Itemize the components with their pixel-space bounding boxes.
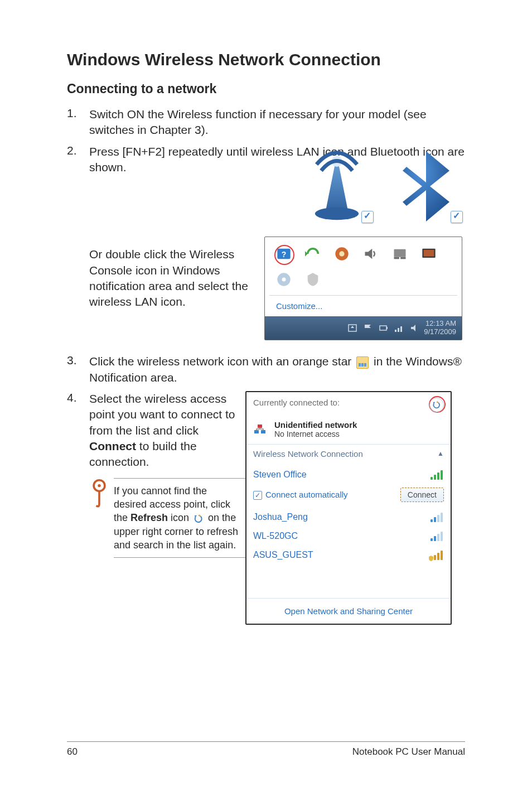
battery-icon[interactable] bbox=[378, 323, 389, 333]
bluetooth-on-icon bbox=[387, 147, 465, 225]
page-title: Windows Wireless Network Connection bbox=[67, 50, 465, 69]
current-connection: Unidentified network No Internet access bbox=[246, 418, 451, 444]
step-number: 4. bbox=[67, 391, 89, 470]
step-3: 3. Click the wireless network icon with … bbox=[67, 354, 465, 385]
wifi-item[interactable]: Joshua_Peng bbox=[253, 508, 444, 527]
disk-icon[interactable] bbox=[276, 272, 292, 287]
svg-rect-32 bbox=[258, 425, 262, 428]
refresh-icon bbox=[194, 514, 204, 524]
svg-rect-18 bbox=[380, 326, 386, 330]
step-number: 1. bbox=[67, 107, 89, 138]
step-4: 4. Select the wireless access point you … bbox=[67, 391, 245, 470]
svg-rect-30 bbox=[254, 430, 259, 433]
wifi-connect-row: Connect automatically Connect bbox=[253, 484, 444, 508]
svg-marker-8 bbox=[365, 249, 373, 259]
wlan-on-icon bbox=[298, 147, 376, 225]
page-number: 60 bbox=[67, 746, 78, 758]
connect-button[interactable]: Connect bbox=[400, 488, 444, 502]
step-text: Select the wireless access point you wan… bbox=[89, 391, 245, 470]
shield-icon bbox=[428, 556, 434, 561]
network-status-icon bbox=[253, 421, 269, 437]
touchpad-icon[interactable] bbox=[392, 246, 408, 262]
tip-callout: If you cannot find the desired access po… bbox=[89, 478, 245, 558]
mode-icon[interactable] bbox=[305, 246, 321, 262]
step-text: Click the wireless network icon with an … bbox=[89, 354, 465, 385]
wireless-star-icon bbox=[356, 356, 369, 369]
flag-icon[interactable] bbox=[362, 323, 374, 333]
section-subtitle: Connecting to a network bbox=[67, 81, 465, 97]
svg-rect-19 bbox=[386, 327, 388, 329]
display-icon[interactable] bbox=[421, 246, 437, 262]
check-icon bbox=[361, 211, 374, 223]
step-2-alt: Or double click the Wireless Console ico… bbox=[89, 247, 253, 310]
taskbar-clock[interactable]: 12:13 AM 9/17/2009 bbox=[424, 320, 456, 336]
footer-title: Notebook PC User Manual bbox=[352, 746, 465, 758]
connected-label: Currently connected to: bbox=[253, 398, 424, 407]
volume-icon[interactable] bbox=[363, 246, 379, 262]
svg-marker-29 bbox=[437, 401, 439, 403]
svg-rect-11 bbox=[400, 257, 405, 259]
check-icon bbox=[451, 211, 463, 223]
svg-point-7 bbox=[339, 252, 344, 257]
open-network-center-link[interactable]: Open Network and Sharing Center bbox=[246, 598, 451, 624]
volume-tray-icon[interactable] bbox=[409, 323, 420, 333]
notification-tray-panel: ? Customize... 12: bbox=[264, 237, 462, 340]
tip-icon bbox=[89, 478, 114, 558]
wifi-section-header[interactable]: Wireless Network Connection ▲ bbox=[246, 444, 451, 463]
wifi-flyout-panel: Currently connected to: Unidentified net… bbox=[245, 391, 452, 625]
svg-rect-10 bbox=[394, 257, 399, 259]
step-1: 1. Switch ON the Wireless function if ne… bbox=[67, 107, 465, 138]
tip-text: If you cannot find the desired access po… bbox=[114, 484, 245, 552]
svg-rect-22 bbox=[400, 326, 402, 332]
svg-rect-31 bbox=[261, 430, 265, 433]
svg-rect-21 bbox=[398, 328, 399, 332]
page-footer: 60 Notebook PC User Manual bbox=[67, 741, 465, 758]
svg-rect-9 bbox=[394, 249, 406, 257]
svg-marker-27 bbox=[199, 514, 201, 517]
wifi-item[interactable]: WL-520GC bbox=[253, 527, 444, 546]
step-text: Switch ON the Wireless function if neces… bbox=[89, 107, 465, 138]
signal-icon bbox=[431, 531, 444, 541]
svg-point-1 bbox=[315, 208, 359, 220]
svg-point-15 bbox=[282, 278, 286, 282]
svg-rect-20 bbox=[395, 330, 396, 332]
signal-icon bbox=[431, 470, 444, 480]
network-status: No Internet access bbox=[274, 430, 357, 438]
svg-point-25 bbox=[98, 484, 100, 487]
network-name: Unidentified network bbox=[274, 420, 357, 430]
taskbar: 12:13 AM 9/17/2009 bbox=[265, 316, 462, 340]
signal-icon bbox=[431, 512, 444, 522]
wifi-item[interactable]: ASUS_GUEST bbox=[253, 546, 444, 565]
chevron-up-icon: ▲ bbox=[437, 450, 444, 457]
step-number: 3. bbox=[67, 354, 89, 385]
network-tray-icon[interactable] bbox=[394, 323, 405, 333]
refresh-button[interactable] bbox=[429, 398, 444, 412]
svg-marker-23 bbox=[411, 325, 415, 331]
step-number: 2. bbox=[67, 144, 89, 176]
security-icon[interactable] bbox=[305, 272, 321, 287]
auto-connect-checkbox[interactable] bbox=[253, 491, 262, 500]
power-icon[interactable] bbox=[334, 246, 350, 262]
tray-expand-icon[interactable] bbox=[347, 323, 358, 333]
signal-icon bbox=[431, 550, 444, 560]
wifi-item[interactable]: Steven Office bbox=[253, 465, 444, 484]
svg-marker-17 bbox=[351, 326, 354, 328]
customize-link[interactable]: Customize... bbox=[270, 300, 456, 316]
svg-rect-13 bbox=[424, 250, 434, 257]
